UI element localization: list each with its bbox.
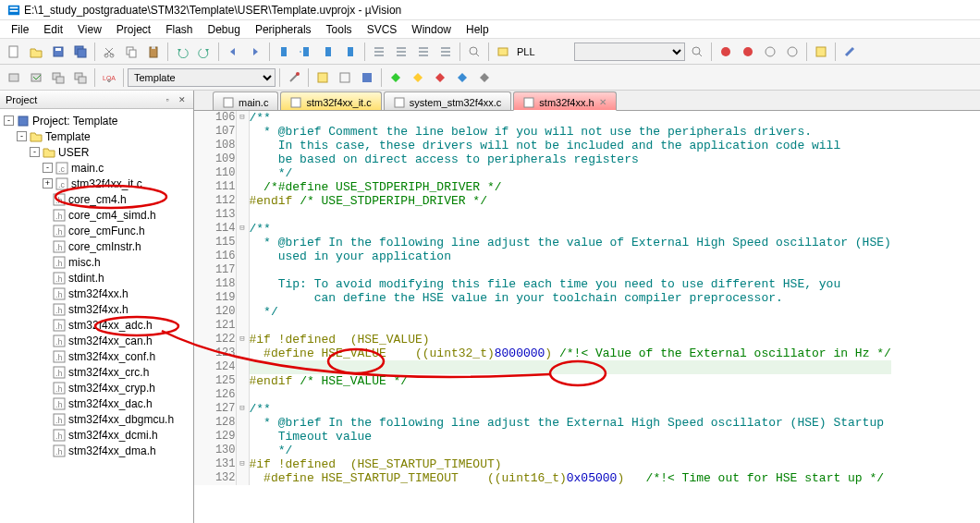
green-diamond-button[interactable] [386, 67, 406, 88]
indent-button[interactable] [369, 42, 389, 62]
pll-label: PLL [517, 46, 535, 57]
close-icon[interactable]: ✕ [177, 94, 188, 105]
comment-button[interactable] [413, 42, 434, 62]
build-target-button[interactable] [4, 67, 24, 88]
tree-group[interactable]: -USER [0, 144, 193, 160]
svg-text:.h: .h [55, 384, 63, 394]
svg-point-22 [743, 47, 753, 56]
menu-file[interactable]: File [4, 21, 36, 38]
tree-file-core_cm4-h[interactable]: .hcore_cm4.h [0, 191, 193, 207]
tree-file-stm32f4xx_dbgmcu-h[interactable]: .hstm32f4xx_dbgmcu.h [0, 411, 193, 427]
svg-text:.h: .h [55, 369, 63, 378]
svg-text:.h: .h [55, 337, 63, 347]
menu-project[interactable]: Project [109, 21, 158, 38]
tree-file-stm32f4xx_adc-h[interactable]: .hstm32f4xx_adc.h [0, 317, 193, 333]
svg-rect-78 [395, 98, 404, 107]
svg-text:.h: .h [55, 432, 63, 441]
svg-rect-13 [152, 46, 155, 49]
nav-fwd-button[interactable] [245, 42, 265, 62]
redo-button[interactable] [194, 42, 214, 62]
cut-button[interactable] [99, 42, 119, 62]
config-button[interactable] [839, 42, 860, 62]
tree-file-stm32f4xx_conf-h[interactable]: .hstm32f4xx_conf.h [0, 348, 193, 364]
bookmark-button[interactable] [274, 42, 294, 62]
tree-root[interactable]: -Project: Template [0, 113, 193, 128]
open-file-button[interactable] [26, 42, 46, 62]
copy-button[interactable] [121, 42, 141, 62]
title-bar: E:\1_study_postgraduate\STM32\Template\U… [0, 0, 980, 20]
target-select[interactable]: Template [128, 68, 276, 87]
save-button[interactable] [48, 42, 68, 62]
tree-file-stm32f4xx_can-h[interactable]: .hstm32f4xx_can.h [0, 333, 193, 348]
tree-file-stm32f4xx-h[interactable]: .hstm32f4xx.h [0, 286, 193, 301]
tree-file-stdint-h[interactable]: .hstdint.h [0, 270, 193, 286]
tree-file-stm32f4xx_cryp-h[interactable]: .hstm32f4xx_cryp.h [0, 380, 193, 395]
next-bookmark-button[interactable] [318, 42, 338, 62]
menu-window[interactable]: Window [404, 21, 459, 38]
menu-edit[interactable]: Edit [36, 21, 70, 38]
pin-icon[interactable]: ▫ [162, 94, 173, 105]
tree-file-core_cm4_simd-h[interactable]: .hcore_cm4_simd.h [0, 207, 193, 223]
tab-main-c[interactable]: main.c [213, 91, 278, 110]
code-editor[interactable]: 106⊟/**107 * @brief Comment the line bel… [194, 111, 980, 523]
yellow-diamond-button[interactable] [408, 67, 428, 88]
build-button[interactable] [26, 67, 46, 88]
uncomment-button[interactable] [435, 42, 456, 62]
svg-text:.h: .h [55, 353, 63, 362]
menu-help[interactable]: Help [459, 21, 496, 38]
undo-button[interactable] [172, 42, 192, 62]
svg-rect-29 [56, 77, 64, 83]
save-all-button[interactable] [70, 42, 91, 62]
tree-file-stm32f4xx_dcmi-h[interactable]: .hstm32f4xx_dcmi.h [0, 427, 193, 443]
tab-system_stm32f4xx-c[interactable]: system_stm32f4xx.c [384, 91, 512, 110]
menu-tools[interactable]: Tools [319, 21, 360, 38]
tree-file-core_cmFunc-h[interactable]: .hcore_cmFunc.h [0, 223, 193, 238]
disable-bp-button[interactable] [760, 42, 780, 62]
file-ext-button[interactable] [335, 67, 355, 88]
svg-rect-26 [9, 74, 18, 81]
paste-button[interactable] [143, 42, 164, 62]
svg-rect-36 [362, 73, 372, 82]
tree-file-stm32f4xx_dma-h[interactable]: .hstm32f4xx_dma.h [0, 443, 193, 458]
prev-bookmark-button[interactable] [296, 42, 316, 62]
tree-file-misc-h[interactable]: .hmisc.h [0, 254, 193, 270]
search-button[interactable] [687, 42, 707, 62]
find-button[interactable] [464, 42, 484, 62]
kill-bp-button[interactable] [782, 42, 802, 62]
tree-target[interactable]: -Template [0, 128, 193, 144]
tree-file-stm32f4xx_it-c[interactable]: +.cstm32f4xx_it.c [0, 176, 193, 191]
gray-diamond-button[interactable] [474, 67, 495, 88]
menu-svcs[interactable]: SVCS [360, 21, 405, 38]
menu-peripherals[interactable]: Peripherals [248, 21, 319, 38]
new-file-button[interactable] [4, 42, 24, 62]
tab-stm32f4xx_it-c[interactable]: stm32f4xx_it.c [280, 91, 381, 110]
pll-button[interactable] [493, 42, 513, 62]
debug-button[interactable] [716, 42, 736, 62]
tab-stm32f4xx-h[interactable]: stm32f4xx.h✕ [513, 91, 616, 111]
options-button[interactable] [284, 67, 304, 88]
batch-build-button[interactable] [70, 67, 91, 88]
window-button[interactable] [811, 42, 831, 62]
clear-bookmark-button[interactable] [340, 42, 361, 62]
tree-file-stm32f4xx_dac-h[interactable]: .hstm32f4xx_dac.h [0, 395, 193, 411]
find-combo[interactable] [574, 43, 685, 61]
tree-file-stm32f4xx-h[interactable]: .hstm32f4xx.h [0, 301, 193, 317]
blue-diamond-button[interactable] [452, 67, 472, 88]
manage-button[interactable] [312, 67, 333, 88]
project-tree[interactable]: -Project: Template-Template-USER-.cmain.… [0, 109, 193, 523]
svg-rect-7 [78, 49, 86, 57]
svg-text:.h: .h [55, 259, 63, 268]
tree-file-stm32f4xx_crc-h[interactable]: .hstm32f4xx_crc.h [0, 364, 193, 380]
rebuild-button[interactable] [48, 67, 68, 88]
red-diamond-button[interactable] [430, 67, 450, 88]
nav-back-button[interactable] [223, 42, 243, 62]
tree-file-main-c[interactable]: -.cmain.c [0, 160, 193, 176]
menu-view[interactable]: View [70, 21, 109, 38]
menu-debug[interactable]: Debug [201, 21, 248, 38]
outdent-button[interactable] [391, 42, 411, 62]
download-button[interactable]: LOAD [99, 67, 119, 88]
tree-file-core_cmInstr-h[interactable]: .hcore_cmInstr.h [0, 238, 193, 254]
menu-flash[interactable]: Flash [158, 21, 200, 38]
books-button[interactable] [357, 67, 377, 88]
breakpoint-button[interactable] [738, 42, 758, 62]
